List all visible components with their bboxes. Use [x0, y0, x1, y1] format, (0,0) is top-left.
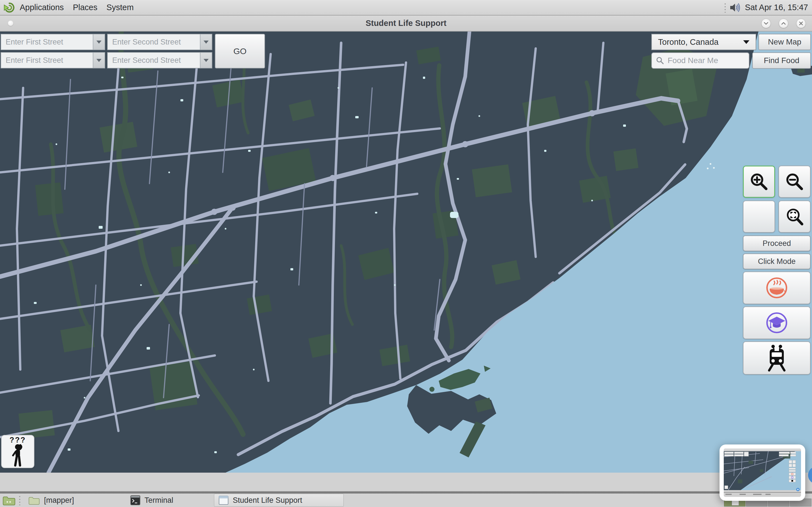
- chevron-down-icon: [204, 41, 209, 44]
- window-menu-button[interactable]: [8, 20, 13, 26]
- close-button[interactable]: [796, 18, 806, 28]
- question-marks: ???: [10, 437, 26, 443]
- second-street-combo-row1: [107, 34, 212, 50]
- find-transit-button[interactable]: [743, 341, 811, 375]
- menu-applications[interactable]: Applications: [15, 0, 68, 15]
- taskbar-item-student-life-support[interactable]: Student Life Support: [214, 494, 344, 507]
- zoom-in-button[interactable]: [743, 166, 775, 198]
- volume-icon[interactable]: [730, 2, 742, 13]
- file-manager-launcher-icon[interactable]: [2, 495, 16, 506]
- window-title: Student Life Support: [0, 18, 812, 28]
- second-street-input-row2[interactable]: [108, 53, 200, 68]
- distro-logo-icon[interactable]: [3, 1, 15, 14]
- taskbar-item-label: [mapper]: [44, 496, 74, 505]
- chevron-down-icon: [204, 59, 209, 62]
- food-bowl-icon: [764, 275, 790, 301]
- dropdown-arrow[interactable]: [93, 34, 105, 50]
- first-street-input-row2[interactable]: [1, 53, 93, 68]
- terminal-icon: [130, 495, 141, 506]
- confused-person-icon: [6, 443, 29, 467]
- panel-handle: [18, 495, 21, 505]
- chevron-down-icon: [96, 41, 101, 44]
- proceed-button[interactable]: Proceed: [743, 235, 811, 251]
- search-icon: [656, 56, 664, 65]
- screenshot-preview-thumbnail[interactable]: [719, 445, 805, 501]
- chevron-up-icon: [780, 20, 786, 26]
- taskbar-item-label: Terminal: [145, 496, 173, 505]
- graduation-cap-icon: [764, 310, 790, 336]
- taskbar: [mapper] Terminal Student Life Support: [0, 494, 812, 507]
- map-canvas[interactable]: [0, 32, 812, 473]
- new-map-button[interactable]: New Map: [758, 34, 811, 50]
- dropdown-arrow[interactable]: [93, 53, 105, 68]
- im-lost-help-button[interactable]: ???: [1, 435, 35, 468]
- click-mode-button[interactable]: Click Mode: [743, 253, 811, 269]
- first-street-combo-row1: [1, 34, 105, 50]
- second-street-input-row1[interactable]: [108, 34, 200, 50]
- desktop-menu-bar: Applications Places System Sat Apr 16, 1…: [0, 0, 812, 15]
- dropdown-arrow[interactable]: [200, 53, 212, 68]
- find-food-nearby-button[interactable]: [743, 272, 811, 304]
- window-titlebar: Student Life Support: [0, 15, 812, 32]
- zoom-fit-button[interactable]: [778, 201, 811, 233]
- close-icon: [798, 20, 804, 26]
- desktop-screen: Applications Places System Sat Apr 16, 1…: [0, 0, 812, 507]
- first-street-input-row1[interactable]: [1, 34, 93, 50]
- food-search-input[interactable]: [667, 56, 749, 65]
- train-icon: [763, 344, 790, 372]
- night-mode-button[interactable]: [743, 201, 775, 233]
- go-button[interactable]: GO: [215, 34, 265, 68]
- taskbar-item-mapper[interactable]: [mapper]: [24, 494, 78, 506]
- window-icon: [218, 495, 229, 505]
- chevron-down-icon: [763, 20, 769, 26]
- panel-handle: [724, 3, 726, 13]
- menu-system[interactable]: System: [102, 0, 138, 15]
- menu-places[interactable]: Places: [68, 0, 102, 15]
- panel-divider: [0, 491, 812, 494]
- taskbar-item-terminal[interactable]: Terminal: [126, 494, 177, 506]
- find-schools-button[interactable]: [743, 306, 811, 339]
- city-dropdown-value: Toronto, Canada: [652, 38, 743, 47]
- workspace-window-thumb: [732, 500, 739, 506]
- zoom-out-button[interactable]: [778, 166, 811, 198]
- screen-thumbnail-image: [724, 448, 801, 497]
- chevron-down-icon: [743, 40, 749, 44]
- zoom-fit-icon: [784, 206, 805, 227]
- zoom-out-icon: [784, 171, 805, 192]
- dropdown-arrow[interactable]: [200, 34, 212, 50]
- taskbar-item-label: Student Life Support: [233, 496, 302, 505]
- moon-icon: [749, 207, 769, 226]
- food-search-field: [651, 52, 749, 69]
- find-food-button[interactable]: Find Food: [752, 52, 811, 69]
- first-street-combo-row2: [1, 52, 105, 68]
- second-street-combo-row2: [107, 52, 212, 68]
- city-dropdown[interactable]: Toronto, Canada: [651, 34, 756, 50]
- window-bottom-strip: [0, 473, 812, 491]
- chevron-down-icon: [96, 59, 101, 62]
- clock[interactable]: Sat Apr 16, 15:47: [745, 3, 809, 12]
- zoom-in-icon: [749, 171, 769, 192]
- maximize-button[interactable]: [779, 18, 788, 28]
- minimize-button[interactable]: [761, 18, 771, 28]
- folder-icon: [28, 495, 40, 505]
